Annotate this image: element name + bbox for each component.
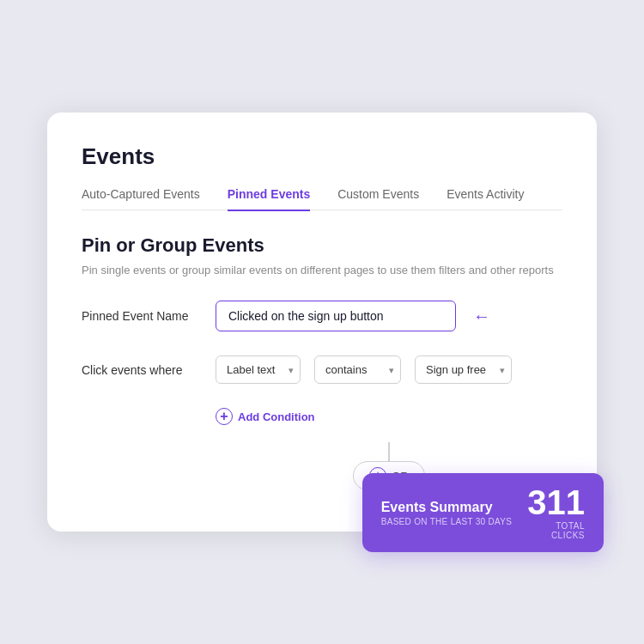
- summary-subtitle: BASED ON THE LAST 30 DAYS: [381, 517, 513, 526]
- events-summary-card: Events Summary BASED ON THE LAST 30 DAYS…: [362, 473, 604, 552]
- tab-bar: Auto-Captured Events Pinned Events Custo…: [82, 187, 562, 211]
- pinned-event-input[interactable]: [216, 301, 456, 331]
- arrow-indicator-icon: ←: [473, 307, 490, 326]
- page-title: Events: [82, 143, 562, 170]
- or-divider-line: [388, 442, 390, 461]
- filter-label: Click events where: [82, 363, 202, 377]
- label-type-select[interactable]: Label text URL Page title ID: [216, 355, 301, 384]
- add-condition-label: Add Condition: [238, 410, 315, 423]
- condition-wrapper: contains equals starts with ends with: [314, 355, 401, 384]
- value-select[interactable]: Sign up free Log in Get started: [415, 355, 512, 384]
- summary-label-block: Events Summary BASED ON THE LAST 30 DAYS: [381, 500, 513, 526]
- summary-title: Events Summary: [381, 500, 513, 515]
- condition-select[interactable]: contains equals starts with ends with: [314, 355, 401, 384]
- summary-count-block: 311 TOTALCLICKS: [527, 485, 585, 540]
- tab-pinned-events[interactable]: Pinned Events: [228, 187, 310, 211]
- pinned-event-row: Pinned Event Name ←: [82, 301, 562, 331]
- tab-custom-events[interactable]: Custom Events: [337, 187, 419, 211]
- label-type-wrapper: Label text URL Page title ID: [216, 355, 301, 384]
- value-wrapper: Sign up free Log in Get started: [415, 355, 512, 384]
- section-title: Pin or Group Events: [82, 234, 562, 257]
- summary-count-label: TOTALCLICKS: [551, 521, 585, 540]
- section-description: Pin single events or group similar event…: [82, 264, 562, 276]
- pinned-event-label: Pinned Event Name: [82, 309, 202, 323]
- add-condition-button[interactable]: + Add Condition: [216, 408, 315, 425]
- tab-events-activity[interactable]: Events Activity: [447, 187, 524, 211]
- main-card: Events Auto-Captured Events Pinned Event…: [47, 112, 597, 532]
- add-condition-row: + Add Condition: [216, 408, 562, 425]
- tab-auto-captured[interactable]: Auto-Captured Events: [82, 187, 200, 211]
- summary-count: 311: [527, 485, 585, 519]
- add-condition-plus-icon: +: [216, 408, 233, 425]
- filter-row: Click events where Label text URL Page t…: [82, 355, 562, 384]
